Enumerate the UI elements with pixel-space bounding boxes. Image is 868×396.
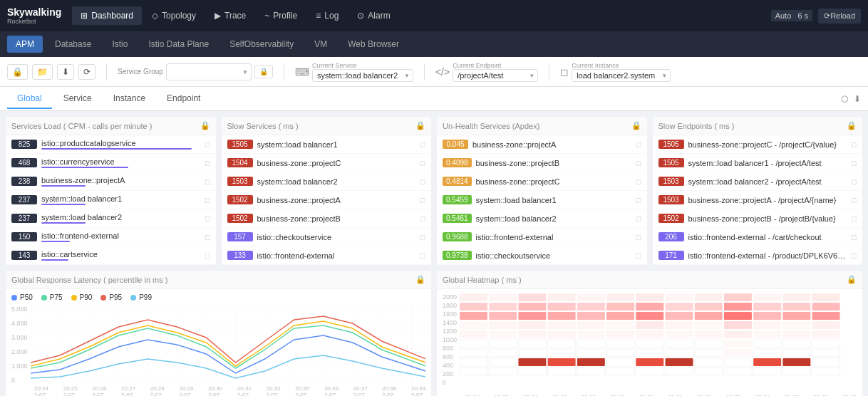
ss-icon-4[interactable]: ◻ (420, 214, 425, 222)
current-service-select[interactable]: system::load balancer2 (312, 69, 413, 82)
ss-icon-5[interactable]: ◻ (420, 233, 425, 241)
current-instance-label: Current Instance load balancer2.system (572, 62, 671, 82)
service-group-lock[interactable]: 🔒 (254, 65, 273, 78)
heatmap-area: 2000 1800 1600 1400 1200 1000 800 600 40… (437, 289, 862, 392)
ss-icon-6[interactable]: ◻ (420, 251, 425, 259)
sl-row-5[interactable]: 150 istio::frontend-external ◻ (6, 228, 216, 246)
ss-row-2[interactable]: 1503 system::load balancer2 ◻ (222, 172, 432, 191)
service-group-input[interactable] (166, 63, 252, 80)
uh-icon-4[interactable]: ◻ (636, 214, 641, 222)
services-load-lock[interactable]: 🔒 (200, 121, 210, 130)
slow-endpoints-lock[interactable]: 🔒 (847, 121, 857, 130)
ss-row-4[interactable]: 1502 business-zone::projectB ◻ (222, 209, 432, 228)
sl-icon-3[interactable]: ◻ (205, 196, 210, 204)
ss-icon-1[interactable]: ◻ (420, 159, 425, 167)
refresh-button[interactable]: ⟳ (78, 64, 95, 80)
sl-icon-2[interactable]: ◻ (205, 177, 210, 185)
se-row-5[interactable]: 206 istio::frontend-external - /cart/che… (653, 228, 863, 246)
sl-row-0[interactable]: 825 istio::productcatalogservice ◻ (6, 135, 216, 154)
se-icon-6[interactable]: ◻ (851, 251, 857, 259)
uh-icon-5[interactable]: ◻ (636, 233, 641, 241)
subnav-database[interactable]: Database (46, 36, 100, 53)
uh-row-4[interactable]: 0.5461 system::load balancer2 ◻ (437, 209, 647, 228)
uh-icon-2[interactable]: ◻ (636, 177, 641, 185)
uh-row-3[interactable]: 0.5459 system::load balancer1 ◻ (437, 191, 647, 209)
se-row-3[interactable]: 1503 business-zone::projectA - /projectA… (653, 191, 863, 209)
subnav-apm[interactable]: APM (7, 36, 43, 53)
ss-row-5[interactable]: 157 istio::checkoutservice ◻ (222, 228, 432, 246)
sl-row-6[interactable]: 143 istio::cartservice ◻ (6, 246, 216, 265)
unhealth-lock[interactable]: 🔒 (631, 121, 641, 130)
sl-row-1[interactable]: 468 istio::currencyservice ◻ (6, 154, 216, 172)
collapse-icon[interactable]: ⬡ (841, 94, 848, 104)
subnav-istio-data-plane[interactable]: Istio Data Plane (140, 36, 217, 53)
sl-icon-6[interactable]: ◻ (205, 251, 210, 259)
svg-rect-73 (666, 340, 693, 348)
uh-row-2[interactable]: 0.4814 business-zone::projectC ◻ (437, 172, 647, 191)
subnav-istio[interactable]: Istio (103, 36, 136, 53)
nav-item-dashboard[interactable]: ⊞ Dashboard (72, 6, 142, 25)
nav-item-topology[interactable]: ◇ Topology (143, 6, 205, 25)
svg-rect-116 (782, 368, 810, 375)
subnav-self-observability[interactable]: SelfObservability (221, 36, 302, 53)
ss-row-1[interactable]: 1504 business-zone::projectC ◻ (222, 154, 432, 172)
y-5000: 5,000 (11, 306, 28, 313)
svg-rect-14 (460, 303, 487, 311)
sl-icon-4[interactable]: ◻ (205, 214, 210, 222)
nav-item-trace[interactable]: ▶ Trace (206, 6, 254, 25)
se-icon-3[interactable]: ◻ (851, 196, 857, 204)
se-icon-2[interactable]: ◻ (851, 177, 857, 185)
latency-lock-icon[interactable]: 🔒 (415, 275, 425, 284)
download-icon[interactable]: ⬇ (854, 94, 861, 104)
nav-item-alarm[interactable]: ⊙ Alarm (348, 6, 398, 25)
slow-services-lock[interactable]: 🔒 (415, 121, 425, 130)
uh-icon-0[interactable]: ◻ (636, 140, 641, 148)
se-icon-5[interactable]: ◻ (851, 233, 857, 241)
se-row-6[interactable]: 171 istio::frontend-external - /product/… (653, 246, 863, 265)
se-icon-0[interactable]: ◻ (851, 140, 857, 148)
ss-row-6[interactable]: 133 istio::frontend-external ◻ (222, 246, 432, 265)
uh-icon-1[interactable]: ◻ (636, 159, 641, 167)
se-row-2[interactable]: 1503 system::load balancer2 - /projectA/… (653, 172, 863, 191)
se-icon-4[interactable]: ◻ (851, 214, 857, 222)
ss-icon-2[interactable]: ◻ (420, 177, 425, 185)
current-instance-select[interactable]: load balancer2.system (572, 69, 671, 82)
sl-row-3[interactable]: 237 system::load balancer1 ◻ (6, 191, 216, 209)
lock-button[interactable]: 🔒 (7, 64, 28, 80)
sl-icon-5[interactable]: ◻ (205, 233, 210, 241)
sl-icon-0[interactable]: ◻ (205, 140, 210, 148)
se-row-4[interactable]: 1502 business-zone::projectB - /projectB… (653, 209, 863, 228)
sl-row-2[interactable]: 238 business-zone::projectA ◻ (6, 172, 216, 191)
nav-item-log[interactable]: ≡ Log (307, 6, 347, 25)
tab-endpoint[interactable]: Endpoint (157, 89, 210, 109)
tab-service[interactable]: Service (53, 89, 102, 109)
nav-item-profile[interactable]: ~ Profile (256, 6, 306, 25)
reload-button[interactable]: ⟳Reload (818, 9, 861, 24)
tab-global[interactable]: Global (7, 89, 52, 109)
folder-button[interactable]: 📁 (32, 64, 53, 80)
uh-icon-3[interactable]: ◻ (636, 196, 641, 204)
svg-rect-66 (460, 340, 487, 348)
uh-row-5[interactable]: 0.9688 istio::frontend-external ◻ (437, 228, 647, 246)
ss-row-0[interactable]: 1505 system::load balancer1 ◻ (222, 135, 432, 154)
current-endpoint-select[interactable]: /projectA/test (453, 69, 538, 82)
ss-icon-0[interactable]: ◻ (420, 140, 425, 148)
uh-row-1[interactable]: 0.4098 business-zone::projectB ◻ (437, 154, 647, 172)
tab-instance[interactable]: Instance (103, 89, 155, 109)
download-button[interactable]: ⬇ (57, 64, 74, 80)
ss-icon-3[interactable]: ◻ (420, 196, 425, 204)
heatmap-lock-icon[interactable]: 🔒 (847, 275, 857, 284)
subnav-vm[interactable]: VM (306, 36, 336, 53)
se-row-0[interactable]: 1505 business-zone::projectC - /projectC… (653, 135, 863, 154)
subnav-web-browser[interactable]: Web Browser (339, 36, 408, 53)
xl-8: 20:322-07 (267, 385, 281, 396)
ss-row-3[interactable]: 1502 business-zone::projectA ◻ (222, 191, 432, 209)
sl-row-4[interactable]: 237 system::load balancer2 ◻ (6, 209, 216, 228)
uh-row-6[interactable]: 0.9738 istio::checkoutservice ◻ (437, 246, 647, 265)
legend-label-p75: P75 (50, 293, 63, 301)
uh-icon-6[interactable]: ◻ (636, 251, 641, 259)
sl-icon-1[interactable]: ◻ (205, 159, 210, 167)
se-row-1[interactable]: 1505 system::load balancer1 - /projectA/… (653, 154, 863, 172)
uh-row-0[interactable]: 0.045 business-zone::projectA ◻ (437, 135, 647, 154)
se-icon-1[interactable]: ◻ (851, 159, 857, 167)
